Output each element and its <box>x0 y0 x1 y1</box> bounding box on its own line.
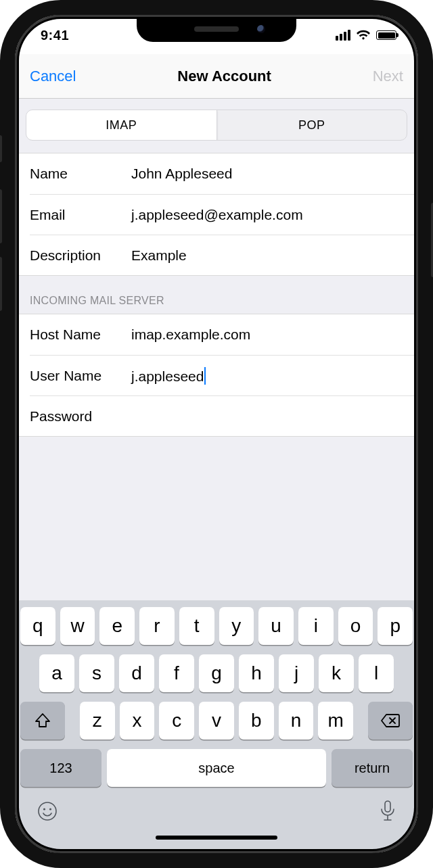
incoming-server-group: Host Name imap.example.com User Name j.a… <box>16 314 417 437</box>
page-title: New Account <box>177 68 271 85</box>
key-m[interactable]: m <box>318 702 353 740</box>
key-h[interactable]: h <box>239 654 274 692</box>
key-g[interactable]: g <box>199 654 234 692</box>
name-label: Name <box>30 166 131 182</box>
key-c[interactable]: c <box>159 702 194 740</box>
key-p[interactable]: p <box>378 607 413 645</box>
email-field[interactable]: j.appleseed@example.com <box>131 207 403 223</box>
key-x[interactable]: x <box>120 702 155 740</box>
hostname-field[interactable]: imap.example.com <box>131 327 403 343</box>
nav-bar: Cancel New Account Next <box>16 54 417 99</box>
backspace-key[interactable] <box>368 702 413 740</box>
battery-icon <box>376 30 396 40</box>
key-o[interactable]: o <box>338 607 373 645</box>
account-info-group: Name John Appleseed Email j.appleseed@ex… <box>16 153 417 276</box>
key-t[interactable]: t <box>179 607 214 645</box>
svg-point-1 <box>43 808 45 810</box>
password-label: Password <box>30 408 131 425</box>
name-field[interactable]: John Appleseed <box>131 166 403 182</box>
protocol-segmented-control: IMAP POP <box>26 110 407 141</box>
key-l[interactable]: l <box>359 654 394 692</box>
key-f[interactable]: f <box>159 654 194 692</box>
emoji-key[interactable] <box>37 800 58 822</box>
username-label: User Name <box>30 368 131 384</box>
wifi-icon <box>356 30 371 41</box>
device-notch <box>137 16 296 42</box>
volume-up-button <box>0 189 2 243</box>
keyboard: qwertyuiop asdfghjkl zxcvbnm 123 space r… <box>16 600 417 831</box>
key-row-2: asdfghjkl <box>20 654 413 692</box>
volume-down-button <box>0 257 2 311</box>
key-b[interactable]: b <box>239 702 274 740</box>
speaker-grill <box>194 26 239 32</box>
description-field[interactable]: Example <box>131 247 403 264</box>
shift-key[interactable] <box>20 702 65 740</box>
key-z[interactable]: z <box>80 702 115 740</box>
tab-imap[interactable]: IMAP <box>26 110 217 140</box>
key-y[interactable]: y <box>219 607 254 645</box>
front-camera <box>257 25 265 33</box>
key-u[interactable]: u <box>258 607 294 645</box>
key-a[interactable]: a <box>39 654 74 692</box>
screen: 9:41 Cancel New Account Next IMAP <box>16 16 417 852</box>
mute-switch <box>0 135 2 162</box>
key-k[interactable]: k <box>319 654 354 692</box>
incoming-server-header: INCOMING MAIL SERVER <box>16 295 417 314</box>
key-q[interactable]: q <box>20 607 55 645</box>
key-j[interactable]: j <box>279 654 314 692</box>
key-i[interactable]: i <box>298 607 334 645</box>
username-field[interactable]: j.appleseed <box>131 367 403 385</box>
content-scroll[interactable]: IMAP POP Name John Appleseed Email j.app… <box>16 99 417 600</box>
key-row-1: qwertyuiop <box>20 607 413 645</box>
hostname-label: Host Name <box>30 327 131 343</box>
dictation-key[interactable] <box>379 800 396 823</box>
cancel-button[interactable]: Cancel <box>30 68 76 85</box>
key-n[interactable]: n <box>279 702 314 740</box>
key-e[interactable]: e <box>99 607 135 645</box>
cellular-icon <box>336 30 350 41</box>
email-label: Email <box>30 207 131 223</box>
home-indicator[interactable] <box>16 831 417 852</box>
svg-rect-3 <box>385 801 390 812</box>
key-v[interactable]: v <box>199 702 234 740</box>
numbers-key[interactable]: 123 <box>20 749 101 787</box>
key-r[interactable]: r <box>139 607 175 645</box>
svg-point-0 <box>39 802 56 820</box>
return-key[interactable]: return <box>332 749 413 787</box>
key-d[interactable]: d <box>119 654 154 692</box>
svg-point-2 <box>49 808 51 810</box>
status-time: 9:41 <box>41 28 69 43</box>
key-s[interactable]: s <box>79 654 114 692</box>
key-w[interactable]: w <box>60 607 95 645</box>
next-button[interactable]: Next <box>373 68 403 85</box>
space-key[interactable]: space <box>107 749 326 787</box>
key-row-3: zxcvbnm <box>20 702 413 740</box>
description-label: Description <box>30 247 131 264</box>
tab-pop[interactable]: POP <box>217 110 407 140</box>
